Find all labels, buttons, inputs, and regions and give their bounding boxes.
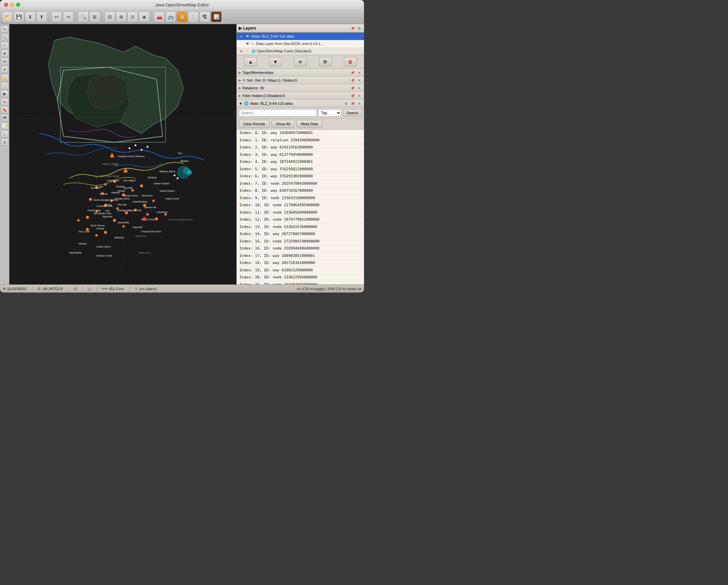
layer-item-osm[interactable]: ■ ○ 🌐 OpenStreetMap Carto (Standard) — [237, 47, 364, 55]
result-item-17[interactable]: Index: 17, ID: way 188983851000001 — [237, 253, 364, 260]
filter-section-label: Filter Hidden:0 Disabled:0 — [242, 94, 285, 98]
result-item-4[interactable]: Index: 4, ID: way 187249921000001 — [237, 158, 364, 166]
draw-left-tool[interactable]: / — [1, 42, 8, 49]
map-area[interactable]: 0 20.0 km — [9, 24, 236, 284]
download-button[interactable]: ⬇ — [25, 11, 35, 22]
result-item-10[interactable]: Index: 10, ID: node 2179064505000000 — [237, 202, 364, 209]
undo-button[interactable]: ↩ — [51, 11, 62, 22]
tags-section-header[interactable]: ▶ Tags/Memberships 📌 ✕ — [237, 69, 364, 76]
result-item-2[interactable]: Index: 2, ID: way 624133562000000 — [237, 144, 364, 151]
gpx-tool[interactable]: ◈ — [139, 11, 150, 22]
result-item-3[interactable]: Index: 3, ID: way 612779450000000 — [237, 151, 364, 159]
sel-section-header[interactable]: ▶ ⚑ Sel.: Rel.:0 / Ways:1 / Nodes:0 📌 ✕ — [237, 77, 364, 84]
tags-close-icon[interactable]: ✕ — [357, 70, 362, 75]
result-item-19[interactable]: Index: 19, ID: way 61983129000000 — [237, 267, 364, 274]
upload-button[interactable]: ⬆ — [36, 11, 47, 22]
result-item-15[interactable]: Index: 15, ID: node 2725906198000000 — [237, 238, 364, 246]
result-item-18[interactable]: Index: 18, ID: way 265726361000000 — [237, 260, 364, 267]
connect-left-tool[interactable]: ⚡ — [1, 82, 8, 89]
select-left-tool[interactable]: ↖ — [1, 26, 8, 33]
relations-close-icon[interactable]: ✕ — [357, 85, 362, 91]
filter-pin-icon[interactable]: 📌 — [350, 93, 355, 98]
layer-controls: ▲ ▼ ≋ ⚙ 🗑 — [237, 55, 364, 69]
preset-building[interactable]: 🏗 — [200, 11, 210, 22]
info-left-tool[interactable]: ℹ — [1, 138, 8, 146]
zoom-in-left-tool[interactable]: 🔍 — [1, 33, 8, 41]
relations-triangle-icon: ▶ — [239, 86, 241, 90]
result-item-8[interactable]: Index: 8, ID: way 630734267000000 — [237, 187, 364, 195]
clear-results-button[interactable]: Clear Results — [239, 120, 270, 128]
search-input[interactable] — [239, 109, 317, 117]
tag-select[interactable]: Tag — [318, 109, 341, 117]
move-left-tool[interactable]: ▶ — [1, 90, 8, 97]
layer-item-atlas[interactable]: ✓ 👁 Atlas: BLZ_8-64-116.atlas — [237, 32, 364, 40]
meta-data-button[interactable]: Meta Data — [296, 120, 322, 128]
layer-delete-button[interactable]: 🗑 — [344, 57, 357, 67]
audio-left-tool[interactable]: ♪ — [1, 130, 8, 138]
preset-bus[interactable]: 🚌 — [165, 11, 176, 22]
relations-pin-icon[interactable]: 📌 — [350, 85, 355, 91]
layers-collapse-icon[interactable]: ▶ — [239, 26, 242, 30]
preset-car[interactable]: 🚗 — [154, 11, 164, 22]
lasso-tool[interactable]: ⊟ — [104, 11, 115, 22]
atlas-pin-icon[interactable]: 📌 — [350, 101, 355, 106]
result-item-9[interactable]: Index: 9, ID: node 233633198000000 — [237, 195, 364, 202]
layers-close-icon[interactable]: ✕ — [357, 26, 362, 31]
layer-move-down-button[interactable]: ▼ — [269, 57, 282, 67]
tags-pin-icon[interactable]: 📌 — [350, 70, 355, 75]
open-button[interactable]: 📂 — [2, 11, 13, 22]
way-tool[interactable]: ⊙ — [127, 11, 138, 22]
result-item-7[interactable]: Index: 7, ID: node 2825479843000000 — [237, 180, 364, 188]
result-item-12[interactable]: Index: 12, ID: node 1979779652000000 — [237, 216, 364, 224]
measure-left-tool[interactable]: 📐 — [1, 74, 8, 81]
filter-close-icon[interactable]: ✕ — [357, 93, 362, 98]
result-item-16[interactable]: Index: 16, ID: node 2599946006000000 — [237, 245, 364, 253]
sel-close-icon[interactable]: ✕ — [357, 78, 362, 83]
route-left-tool[interactable]: 🗺 — [1, 114, 8, 122]
result-item-6[interactable]: Index: 6, ID: way 376293382000000 — [237, 173, 364, 180]
atlas-close-icon[interactable]: ✕ — [357, 101, 362, 106]
magnify-left-tool[interactable]: ⊕ — [1, 50, 8, 57]
layer-item-geojson[interactable]: 👁 ⬡ Data Layer from GeoJSON: tree-6-14-1… — [237, 40, 364, 47]
layer-merge-button[interactable]: ≋ — [294, 57, 307, 67]
zoom-tool[interactable]: 🔍 — [78, 11, 89, 22]
node-tool[interactable]: ⊕ — [116, 11, 127, 22]
result-item-20[interactable]: Index: 20, ID: node 233622956000000 — [237, 274, 364, 281]
minimize-button[interactable] — [10, 3, 14, 7]
result-item-1[interactable]: Index: 1, ID: relation 3394396000000 — [237, 137, 364, 145]
filter-section-header[interactable]: ▶ Filter Hidden:0 Disabled:0 📌 ✕ — [237, 92, 364, 99]
close-button[interactable] — [4, 3, 8, 7]
select-rect-tool[interactable]: ⊞ — [89, 11, 100, 22]
result-item-5[interactable]: Index: 5, ID: way 376256821000000 — [237, 166, 364, 173]
preset-warning[interactable]: ⚠ — [177, 11, 187, 22]
save-button[interactable]: 💾 — [14, 11, 24, 22]
layers-left-tool[interactable]: ≡ — [1, 98, 8, 105]
show-all-button[interactable]: Show All — [272, 120, 294, 128]
result-item-11[interactable]: Index: 11, ID: node 233685689000000 — [237, 209, 364, 217]
results-list[interactable]: Index: 0, ID: way 193609973000001 Index:… — [237, 130, 364, 284]
result-item-14[interactable]: Index: 14, ID: way 267278867000000 — [237, 231, 364, 238]
tag-left-tool[interactable]: 🏷 — [1, 58, 8, 65]
layer-move-up-button[interactable]: ▲ — [244, 57, 257, 67]
result-item-21[interactable]: Index: 21, ID: node 233704876000000 — [237, 281, 364, 285]
layers-pin-icon[interactable]: 📌 — [350, 26, 355, 31]
search-button[interactable]: Search — [343, 109, 362, 117]
redo-button[interactable]: ↪ — [63, 11, 74, 22]
notes-left-tool[interactable]: 📝 — [1, 122, 8, 130]
relations-section-header[interactable]: ▶ Relations: 30 📌 ✕ — [237, 84, 364, 92]
sel-pin-icon[interactable]: 📌 — [350, 78, 355, 83]
lat-icon: ⊖ — [3, 286, 6, 291]
result-item-13[interactable]: Index: 13, ID: node 233652536000000 — [237, 224, 364, 231]
atlas-triangle-icon: ▼ — [239, 101, 242, 105]
bookmark-left-tool[interactable]: 🔖 — [1, 106, 8, 113]
preset-chart[interactable]: 📊 — [211, 11, 222, 22]
maximize-button[interactable] — [16, 3, 20, 7]
layer-settings-button[interactable]: ⚙ — [319, 57, 332, 67]
atlas-settings-icon[interactable]: ⚙ — [343, 101, 348, 106]
sel-icon: ⚑ — [242, 79, 245, 82]
result-item-0[interactable]: Index: 0, ID: way 193609973000001 — [237, 130, 364, 137]
node-left-tool[interactable]: ✦ — [1, 66, 8, 73]
preset-food[interactable]: 🍴 — [188, 11, 199, 22]
svg-text:Aguacate: Aguacate — [102, 215, 112, 218]
dist-icon: ⟺ — [102, 286, 107, 291]
